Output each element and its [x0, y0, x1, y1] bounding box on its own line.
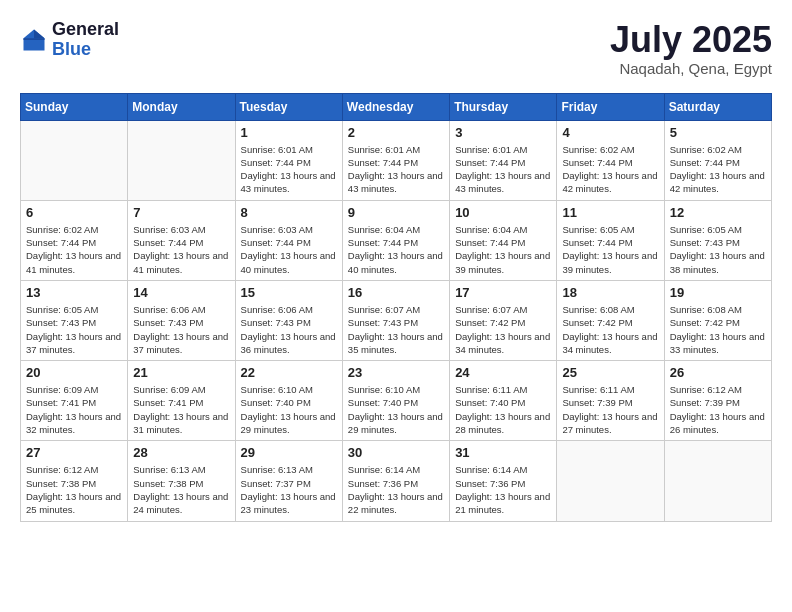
day-info: Sunrise: 6:03 AMSunset: 7:44 PMDaylight:… — [241, 223, 337, 276]
calendar-cell: 22 Sunrise: 6:10 AMSunset: 7:40 PMDaylig… — [235, 361, 342, 441]
day-number: 24 — [455, 365, 551, 380]
day-number: 8 — [241, 205, 337, 220]
day-number: 3 — [455, 125, 551, 140]
day-info: Sunrise: 6:04 AMSunset: 7:44 PMDaylight:… — [455, 223, 551, 276]
day-info: Sunrise: 6:11 AMSunset: 7:40 PMDaylight:… — [455, 383, 551, 436]
calendar-cell: 10 Sunrise: 6:04 AMSunset: 7:44 PMDaylig… — [450, 200, 557, 280]
day-info: Sunrise: 6:01 AMSunset: 7:44 PMDaylight:… — [348, 143, 444, 196]
day-number: 31 — [455, 445, 551, 460]
calendar-cell: 8 Sunrise: 6:03 AMSunset: 7:44 PMDayligh… — [235, 200, 342, 280]
calendar-cell: 5 Sunrise: 6:02 AMSunset: 7:44 PMDayligh… — [664, 120, 771, 200]
logo-text: General Blue — [52, 20, 119, 60]
calendar-cell: 2 Sunrise: 6:01 AMSunset: 7:44 PMDayligh… — [342, 120, 449, 200]
calendar-cell: 13 Sunrise: 6:05 AMSunset: 7:43 PMDaylig… — [21, 280, 128, 360]
calendar-cell: 27 Sunrise: 6:12 AMSunset: 7:38 PMDaylig… — [21, 441, 128, 521]
weekday-header-monday: Monday — [128, 93, 235, 120]
day-info: Sunrise: 6:12 AMSunset: 7:38 PMDaylight:… — [26, 463, 122, 516]
weekday-header-row: SundayMondayTuesdayWednesdayThursdayFrid… — [21, 93, 772, 120]
day-info: Sunrise: 6:12 AMSunset: 7:39 PMDaylight:… — [670, 383, 766, 436]
day-number: 11 — [562, 205, 658, 220]
day-info: Sunrise: 6:03 AMSunset: 7:44 PMDaylight:… — [133, 223, 229, 276]
day-info: Sunrise: 6:07 AMSunset: 7:42 PMDaylight:… — [455, 303, 551, 356]
calendar-cell: 4 Sunrise: 6:02 AMSunset: 7:44 PMDayligh… — [557, 120, 664, 200]
day-number: 26 — [670, 365, 766, 380]
calendar-week-row: 20 Sunrise: 6:09 AMSunset: 7:41 PMDaylig… — [21, 361, 772, 441]
day-info: Sunrise: 6:13 AMSunset: 7:37 PMDaylight:… — [241, 463, 337, 516]
day-info: Sunrise: 6:14 AMSunset: 7:36 PMDaylight:… — [455, 463, 551, 516]
calendar-cell: 7 Sunrise: 6:03 AMSunset: 7:44 PMDayligh… — [128, 200, 235, 280]
calendar-cell: 12 Sunrise: 6:05 AMSunset: 7:43 PMDaylig… — [664, 200, 771, 280]
calendar-week-row: 6 Sunrise: 6:02 AMSunset: 7:44 PMDayligh… — [21, 200, 772, 280]
calendar-cell: 31 Sunrise: 6:14 AMSunset: 7:36 PMDaylig… — [450, 441, 557, 521]
day-number: 18 — [562, 285, 658, 300]
calendar-body: 1 Sunrise: 6:01 AMSunset: 7:44 PMDayligh… — [21, 120, 772, 521]
calendar-cell: 9 Sunrise: 6:04 AMSunset: 7:44 PMDayligh… — [342, 200, 449, 280]
logo: General Blue — [20, 20, 119, 60]
day-number: 28 — [133, 445, 229, 460]
day-number: 5 — [670, 125, 766, 140]
day-info: Sunrise: 6:10 AMSunset: 7:40 PMDaylight:… — [348, 383, 444, 436]
day-info: Sunrise: 6:13 AMSunset: 7:38 PMDaylight:… — [133, 463, 229, 516]
logo-icon — [20, 26, 48, 54]
day-number: 9 — [348, 205, 444, 220]
day-info: Sunrise: 6:01 AMSunset: 7:44 PMDaylight:… — [241, 143, 337, 196]
weekday-header-friday: Friday — [557, 93, 664, 120]
calendar-cell — [557, 441, 664, 521]
calendar-cell: 18 Sunrise: 6:08 AMSunset: 7:42 PMDaylig… — [557, 280, 664, 360]
calendar-cell: 25 Sunrise: 6:11 AMSunset: 7:39 PMDaylig… — [557, 361, 664, 441]
calendar-cell: 26 Sunrise: 6:12 AMSunset: 7:39 PMDaylig… — [664, 361, 771, 441]
title-block: July 2025 Naqadah, Qena, Egypt — [610, 20, 772, 77]
calendar-cell: 24 Sunrise: 6:11 AMSunset: 7:40 PMDaylig… — [450, 361, 557, 441]
day-info: Sunrise: 6:05 AMSunset: 7:43 PMDaylight:… — [670, 223, 766, 276]
calendar-cell: 11 Sunrise: 6:05 AMSunset: 7:44 PMDaylig… — [557, 200, 664, 280]
weekday-header-saturday: Saturday — [664, 93, 771, 120]
day-number: 17 — [455, 285, 551, 300]
calendar-cell: 28 Sunrise: 6:13 AMSunset: 7:38 PMDaylig… — [128, 441, 235, 521]
calendar-table: SundayMondayTuesdayWednesdayThursdayFrid… — [20, 93, 772, 522]
day-number: 2 — [348, 125, 444, 140]
day-info: Sunrise: 6:06 AMSunset: 7:43 PMDaylight:… — [241, 303, 337, 356]
month-title: July 2025 — [610, 20, 772, 60]
calendar-cell: 21 Sunrise: 6:09 AMSunset: 7:41 PMDaylig… — [128, 361, 235, 441]
page-header: General Blue July 2025 Naqadah, Qena, Eg… — [20, 20, 772, 77]
calendar-cell: 15 Sunrise: 6:06 AMSunset: 7:43 PMDaylig… — [235, 280, 342, 360]
calendar-cell: 23 Sunrise: 6:10 AMSunset: 7:40 PMDaylig… — [342, 361, 449, 441]
calendar-cell: 19 Sunrise: 6:08 AMSunset: 7:42 PMDaylig… — [664, 280, 771, 360]
day-number: 14 — [133, 285, 229, 300]
calendar-header: SundayMondayTuesdayWednesdayThursdayFrid… — [21, 93, 772, 120]
calendar-cell: 3 Sunrise: 6:01 AMSunset: 7:44 PMDayligh… — [450, 120, 557, 200]
day-info: Sunrise: 6:08 AMSunset: 7:42 PMDaylight:… — [562, 303, 658, 356]
logo-blue-text: Blue — [52, 40, 119, 60]
day-info: Sunrise: 6:06 AMSunset: 7:43 PMDaylight:… — [133, 303, 229, 356]
day-number: 21 — [133, 365, 229, 380]
day-number: 10 — [455, 205, 551, 220]
calendar-cell: 29 Sunrise: 6:13 AMSunset: 7:37 PMDaylig… — [235, 441, 342, 521]
svg-rect-3 — [24, 38, 45, 40]
day-number: 22 — [241, 365, 337, 380]
calendar-week-row: 1 Sunrise: 6:01 AMSunset: 7:44 PMDayligh… — [21, 120, 772, 200]
calendar-cell: 20 Sunrise: 6:09 AMSunset: 7:41 PMDaylig… — [21, 361, 128, 441]
weekday-header-wednesday: Wednesday — [342, 93, 449, 120]
day-info: Sunrise: 6:05 AMSunset: 7:44 PMDaylight:… — [562, 223, 658, 276]
day-info: Sunrise: 6:02 AMSunset: 7:44 PMDaylight:… — [670, 143, 766, 196]
day-info: Sunrise: 6:09 AMSunset: 7:41 PMDaylight:… — [26, 383, 122, 436]
day-info: Sunrise: 6:01 AMSunset: 7:44 PMDaylight:… — [455, 143, 551, 196]
day-number: 23 — [348, 365, 444, 380]
calendar-cell: 6 Sunrise: 6:02 AMSunset: 7:44 PMDayligh… — [21, 200, 128, 280]
day-number: 29 — [241, 445, 337, 460]
day-number: 7 — [133, 205, 229, 220]
calendar-cell — [128, 120, 235, 200]
weekday-header-sunday: Sunday — [21, 93, 128, 120]
calendar-cell — [21, 120, 128, 200]
day-info: Sunrise: 6:02 AMSunset: 7:44 PMDaylight:… — [26, 223, 122, 276]
day-info: Sunrise: 6:02 AMSunset: 7:44 PMDaylight:… — [562, 143, 658, 196]
day-number: 16 — [348, 285, 444, 300]
logo-general-text: General — [52, 20, 119, 40]
day-info: Sunrise: 6:09 AMSunset: 7:41 PMDaylight:… — [133, 383, 229, 436]
calendar-cell: 16 Sunrise: 6:07 AMSunset: 7:43 PMDaylig… — [342, 280, 449, 360]
calendar-cell: 1 Sunrise: 6:01 AMSunset: 7:44 PMDayligh… — [235, 120, 342, 200]
day-number: 19 — [670, 285, 766, 300]
day-number: 25 — [562, 365, 658, 380]
day-number: 4 — [562, 125, 658, 140]
day-info: Sunrise: 6:04 AMSunset: 7:44 PMDaylight:… — [348, 223, 444, 276]
